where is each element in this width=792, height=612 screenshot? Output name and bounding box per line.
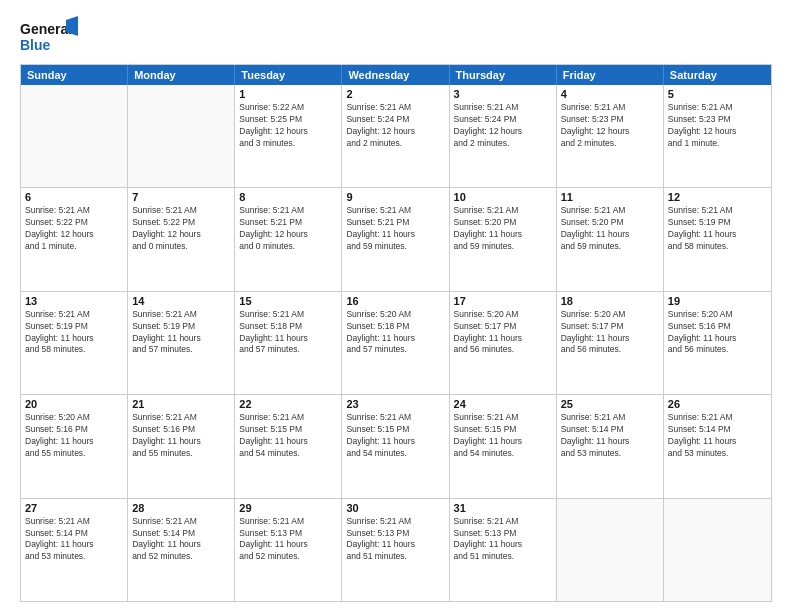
calendar-cell: 5Sunrise: 5:21 AM Sunset: 5:23 PM Daylig…: [664, 85, 771, 187]
cell-info: Sunrise: 5:21 AM Sunset: 5:18 PM Dayligh…: [239, 309, 337, 357]
calendar-header: SundayMondayTuesdayWednesdayThursdayFrid…: [21, 65, 771, 85]
calendar-cell: 10Sunrise: 5:21 AM Sunset: 5:20 PM Dayli…: [450, 188, 557, 290]
day-number: 13: [25, 295, 123, 307]
svg-text:Blue: Blue: [20, 37, 51, 53]
day-number: 7: [132, 191, 230, 203]
calendar-cell: [664, 499, 771, 601]
day-number: 28: [132, 502, 230, 514]
calendar-cell: [21, 85, 128, 187]
day-number: 5: [668, 88, 767, 100]
page-header: GeneralBlue: [20, 16, 772, 56]
calendar-cell: 18Sunrise: 5:20 AM Sunset: 5:17 PM Dayli…: [557, 292, 664, 394]
day-number: 20: [25, 398, 123, 410]
cell-info: Sunrise: 5:21 AM Sunset: 5:20 PM Dayligh…: [561, 205, 659, 253]
calendar: SundayMondayTuesdayWednesdayThursdayFrid…: [20, 64, 772, 602]
cell-info: Sunrise: 5:21 AM Sunset: 5:15 PM Dayligh…: [346, 412, 444, 460]
day-number: 30: [346, 502, 444, 514]
day-number: 16: [346, 295, 444, 307]
cell-info: Sunrise: 5:21 AM Sunset: 5:19 PM Dayligh…: [25, 309, 123, 357]
calendar-cell: 29Sunrise: 5:21 AM Sunset: 5:13 PM Dayli…: [235, 499, 342, 601]
day-number: 31: [454, 502, 552, 514]
cell-info: Sunrise: 5:20 AM Sunset: 5:18 PM Dayligh…: [346, 309, 444, 357]
calendar-cell: 12Sunrise: 5:21 AM Sunset: 5:19 PM Dayli…: [664, 188, 771, 290]
day-number: 1: [239, 88, 337, 100]
calendar-cell: [128, 85, 235, 187]
logo-icon: GeneralBlue: [20, 16, 80, 56]
day-number: 14: [132, 295, 230, 307]
day-number: 29: [239, 502, 337, 514]
weekday-header: Wednesday: [342, 65, 449, 85]
day-number: 2: [346, 88, 444, 100]
day-number: 24: [454, 398, 552, 410]
weekday-header: Thursday: [450, 65, 557, 85]
cell-info: Sunrise: 5:21 AM Sunset: 5:14 PM Dayligh…: [561, 412, 659, 460]
weekday-header: Friday: [557, 65, 664, 85]
calendar-cell: 1Sunrise: 5:22 AM Sunset: 5:25 PM Daylig…: [235, 85, 342, 187]
calendar-cell: 31Sunrise: 5:21 AM Sunset: 5:13 PM Dayli…: [450, 499, 557, 601]
calendar-cell: 19Sunrise: 5:20 AM Sunset: 5:16 PM Dayli…: [664, 292, 771, 394]
day-number: 9: [346, 191, 444, 203]
calendar-row: 27Sunrise: 5:21 AM Sunset: 5:14 PM Dayli…: [21, 498, 771, 601]
calendar-cell: 3Sunrise: 5:21 AM Sunset: 5:24 PM Daylig…: [450, 85, 557, 187]
day-number: 25: [561, 398, 659, 410]
calendar-cell: 14Sunrise: 5:21 AM Sunset: 5:19 PM Dayli…: [128, 292, 235, 394]
day-number: 19: [668, 295, 767, 307]
day-number: 3: [454, 88, 552, 100]
calendar-cell: 9Sunrise: 5:21 AM Sunset: 5:21 PM Daylig…: [342, 188, 449, 290]
cell-info: Sunrise: 5:21 AM Sunset: 5:15 PM Dayligh…: [239, 412, 337, 460]
cell-info: Sunrise: 5:21 AM Sunset: 5:20 PM Dayligh…: [454, 205, 552, 253]
cell-info: Sunrise: 5:20 AM Sunset: 5:17 PM Dayligh…: [561, 309, 659, 357]
day-number: 15: [239, 295, 337, 307]
calendar-cell: 23Sunrise: 5:21 AM Sunset: 5:15 PM Dayli…: [342, 395, 449, 497]
calendar-cell: 21Sunrise: 5:21 AM Sunset: 5:16 PM Dayli…: [128, 395, 235, 497]
cell-info: Sunrise: 5:21 AM Sunset: 5:13 PM Dayligh…: [239, 516, 337, 564]
calendar-cell: [557, 499, 664, 601]
cell-info: Sunrise: 5:20 AM Sunset: 5:16 PM Dayligh…: [668, 309, 767, 357]
calendar-cell: 28Sunrise: 5:21 AM Sunset: 5:14 PM Dayli…: [128, 499, 235, 601]
cell-info: Sunrise: 5:21 AM Sunset: 5:24 PM Dayligh…: [346, 102, 444, 150]
calendar-cell: 15Sunrise: 5:21 AM Sunset: 5:18 PM Dayli…: [235, 292, 342, 394]
day-number: 26: [668, 398, 767, 410]
calendar-cell: 26Sunrise: 5:21 AM Sunset: 5:14 PM Dayli…: [664, 395, 771, 497]
calendar-row: 13Sunrise: 5:21 AM Sunset: 5:19 PM Dayli…: [21, 291, 771, 394]
cell-info: Sunrise: 5:21 AM Sunset: 5:14 PM Dayligh…: [668, 412, 767, 460]
day-number: 11: [561, 191, 659, 203]
svg-text:General: General: [20, 21, 72, 37]
calendar-cell: 4Sunrise: 5:21 AM Sunset: 5:23 PM Daylig…: [557, 85, 664, 187]
day-number: 10: [454, 191, 552, 203]
cell-info: Sunrise: 5:21 AM Sunset: 5:21 PM Dayligh…: [346, 205, 444, 253]
calendar-cell: 7Sunrise: 5:21 AM Sunset: 5:22 PM Daylig…: [128, 188, 235, 290]
day-number: 21: [132, 398, 230, 410]
day-number: 17: [454, 295, 552, 307]
calendar-cell: 20Sunrise: 5:20 AM Sunset: 5:16 PM Dayli…: [21, 395, 128, 497]
cell-info: Sunrise: 5:21 AM Sunset: 5:19 PM Dayligh…: [132, 309, 230, 357]
day-number: 6: [25, 191, 123, 203]
cell-info: Sunrise: 5:21 AM Sunset: 5:13 PM Dayligh…: [454, 516, 552, 564]
weekday-header: Saturday: [664, 65, 771, 85]
cell-info: Sunrise: 5:22 AM Sunset: 5:25 PM Dayligh…: [239, 102, 337, 150]
calendar-cell: 25Sunrise: 5:21 AM Sunset: 5:14 PM Dayli…: [557, 395, 664, 497]
cell-info: Sunrise: 5:21 AM Sunset: 5:21 PM Dayligh…: [239, 205, 337, 253]
day-number: 27: [25, 502, 123, 514]
calendar-cell: 13Sunrise: 5:21 AM Sunset: 5:19 PM Dayli…: [21, 292, 128, 394]
calendar-cell: 30Sunrise: 5:21 AM Sunset: 5:13 PM Dayli…: [342, 499, 449, 601]
cell-info: Sunrise: 5:21 AM Sunset: 5:16 PM Dayligh…: [132, 412, 230, 460]
cell-info: Sunrise: 5:20 AM Sunset: 5:17 PM Dayligh…: [454, 309, 552, 357]
calendar-body: 1Sunrise: 5:22 AM Sunset: 5:25 PM Daylig…: [21, 85, 771, 601]
calendar-cell: 2Sunrise: 5:21 AM Sunset: 5:24 PM Daylig…: [342, 85, 449, 187]
cell-info: Sunrise: 5:21 AM Sunset: 5:15 PM Dayligh…: [454, 412, 552, 460]
cell-info: Sunrise: 5:21 AM Sunset: 5:24 PM Dayligh…: [454, 102, 552, 150]
day-number: 23: [346, 398, 444, 410]
cell-info: Sunrise: 5:21 AM Sunset: 5:14 PM Dayligh…: [25, 516, 123, 564]
cell-info: Sunrise: 5:21 AM Sunset: 5:22 PM Dayligh…: [25, 205, 123, 253]
calendar-cell: 6Sunrise: 5:21 AM Sunset: 5:22 PM Daylig…: [21, 188, 128, 290]
calendar-cell: 22Sunrise: 5:21 AM Sunset: 5:15 PM Dayli…: [235, 395, 342, 497]
cell-info: Sunrise: 5:21 AM Sunset: 5:23 PM Dayligh…: [668, 102, 767, 150]
calendar-row: 1Sunrise: 5:22 AM Sunset: 5:25 PM Daylig…: [21, 85, 771, 187]
calendar-row: 20Sunrise: 5:20 AM Sunset: 5:16 PM Dayli…: [21, 394, 771, 497]
cell-info: Sunrise: 5:21 AM Sunset: 5:23 PM Dayligh…: [561, 102, 659, 150]
calendar-cell: 11Sunrise: 5:21 AM Sunset: 5:20 PM Dayli…: [557, 188, 664, 290]
day-number: 12: [668, 191, 767, 203]
cell-info: Sunrise: 5:21 AM Sunset: 5:22 PM Dayligh…: [132, 205, 230, 253]
calendar-cell: 17Sunrise: 5:20 AM Sunset: 5:17 PM Dayli…: [450, 292, 557, 394]
